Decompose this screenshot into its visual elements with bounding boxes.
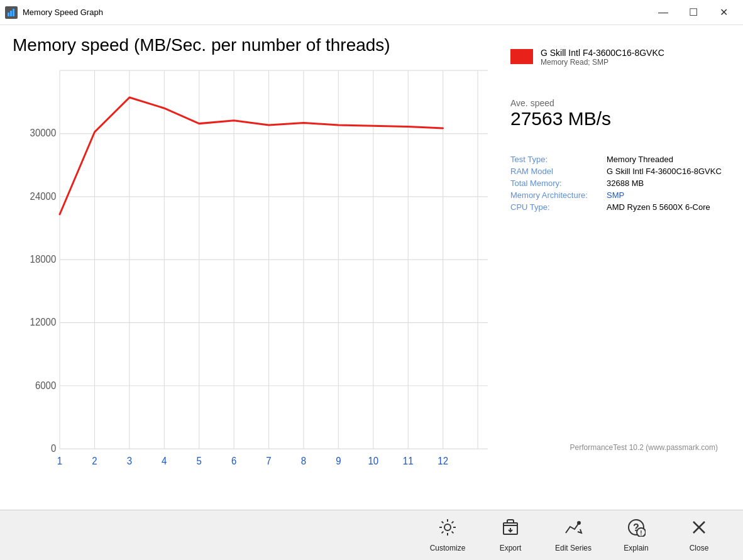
svg-point-41 (444, 524, 451, 530)
legend-text: G Skill Intl F4-3600C16-8GVKC Memory Rea… (541, 48, 664, 67)
svg-text:3: 3 (127, 455, 132, 466)
svg-text:12: 12 (438, 455, 448, 466)
svg-rect-2 (13, 9, 14, 16)
explain-icon: ?! (627, 518, 646, 541)
legend-item: G Skill Intl F4-3600C16-8GVKC Memory Rea… (510, 48, 730, 67)
spec-value: 32688 MB (607, 178, 730, 188)
spec-value: G Skill Intl F4-3600C16-8GVKC (607, 167, 730, 176)
window-close-button[interactable]: ✕ (709, 3, 738, 23)
window-title: Memory Speed Graph (23, 8, 649, 17)
spec-value: SMP (607, 190, 730, 200)
customize-icon (438, 518, 457, 541)
footer-btn-label: Explain (624, 544, 648, 552)
svg-point-43 (578, 522, 580, 524)
footer-btn-label: Customize (430, 544, 466, 552)
chart-wrapper: 0 6000 12000 18000 24000 30000 1 2 3 4 5… (13, 63, 492, 493)
avg-value: 27563 MB/s (510, 108, 730, 129)
minimize-button[interactable]: — (649, 3, 678, 23)
specs-table: Test Type:Memory ThreadedRAM ModelG Skil… (510, 155, 730, 212)
svg-text:2: 2 (92, 455, 97, 466)
chart-title: Memory speed (MB/Sec. per number of thre… (13, 35, 492, 55)
spec-key: CPU Type: (510, 202, 597, 212)
left-panel: Memory speed (MB/Sec. per number of thre… (13, 35, 492, 493)
svg-rect-1 (10, 11, 12, 16)
edit-series-icon (564, 518, 583, 541)
svg-text:9: 9 (336, 455, 341, 466)
svg-text:12000: 12000 (30, 317, 57, 327)
export-icon-button[interactable]: Export (479, 513, 542, 558)
spec-key: RAM Model (510, 167, 597, 176)
avg-section: Ave. speed 27563 MB/s (510, 98, 730, 129)
close-footer-icon-button[interactable]: Close (668, 513, 730, 558)
svg-text:1: 1 (57, 455, 62, 466)
customize-icon-button[interactable]: Customize (416, 513, 479, 558)
window-controls: — ☐ ✕ (649, 3, 738, 23)
spec-key: Test Type: (510, 155, 597, 164)
svg-text:!: ! (640, 530, 642, 537)
footer-btn-label: Close (690, 544, 709, 552)
maximize-button[interactable]: ☐ (679, 3, 708, 23)
explain-icon-button[interactable]: ?!Explain (605, 513, 668, 558)
svg-text:6000: 6000 (35, 380, 56, 390)
svg-text:8: 8 (301, 455, 306, 466)
svg-text:11: 11 (403, 455, 414, 466)
avg-label: Ave. speed (510, 98, 730, 108)
spec-key: Total Memory: (510, 178, 597, 188)
svg-text:18000: 18000 (30, 254, 57, 265)
svg-text:4: 4 (162, 455, 167, 466)
close-footer-icon (690, 518, 708, 541)
edit-series-icon-button[interactable]: Edit Series (542, 513, 605, 558)
footer-btn-label: Edit Series (555, 544, 592, 552)
svg-text:24000: 24000 (30, 190, 57, 201)
main-window: Memory Speed Graph — ☐ ✕ Memory speed (M… (0, 0, 743, 560)
export-icon (501, 518, 520, 541)
svg-text:6: 6 (231, 455, 236, 466)
legend-series-sub: Memory Read; SMP (541, 58, 664, 67)
spec-value: Memory Threaded (607, 155, 730, 164)
svg-text:7: 7 (266, 455, 271, 466)
title-bar: Memory Speed Graph — ☐ ✕ (0, 0, 743, 25)
footer-bar: CustomizeExportEdit Series?!ExplainClose (0, 510, 743, 560)
svg-rect-0 (8, 13, 9, 16)
watermark: PerformanceTest 10.2 (www.passmark.com) (0, 443, 730, 454)
chart-svg: 0 6000 12000 18000 24000 30000 1 2 3 4 5… (13, 63, 492, 493)
legend-color-swatch (510, 49, 533, 64)
x-axis-label: Threads (13, 497, 492, 498)
spec-value: AMD Ryzen 5 5600X 6-Core (607, 202, 730, 212)
footer-btn-label: Export (500, 544, 522, 552)
app-icon (5, 6, 18, 19)
content-area: Memory speed (MB/Sec. per number of thre… (0, 25, 743, 498)
spec-key: Memory Architecture: (510, 190, 597, 200)
legend-series-name: G Skill Intl F4-3600C16-8GVKC (541, 48, 664, 58)
right-panel: G Skill Intl F4-3600C16-8GVKC Memory Rea… (492, 35, 730, 493)
svg-text:30000: 30000 (30, 128, 57, 138)
svg-text:10: 10 (368, 455, 378, 466)
svg-text:5: 5 (197, 455, 202, 466)
